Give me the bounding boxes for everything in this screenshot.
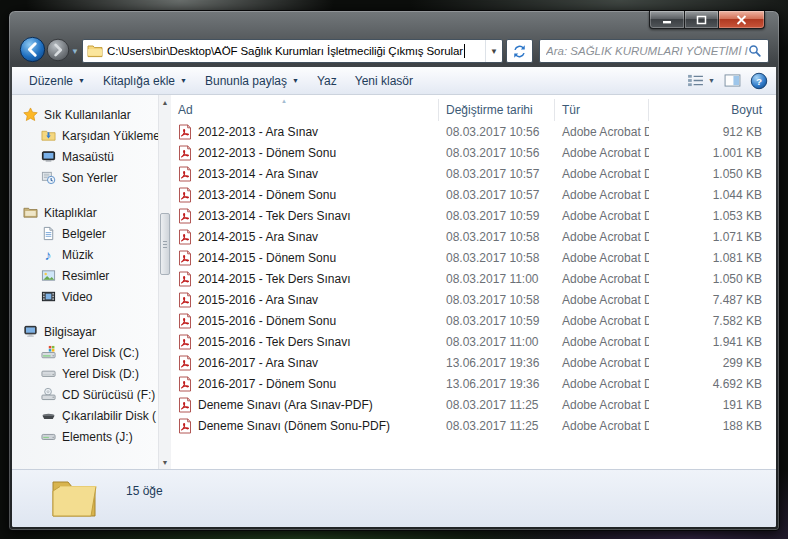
details-pane: 15 öğe <box>12 469 776 527</box>
scrollbar-track[interactable] <box>159 109 171 455</box>
table-row[interactable]: 2015-2016 - Ara Sınav 08.03.2017 10:58 A… <box>171 289 776 310</box>
column-header-date[interactable]: Değiştirme tarihi <box>439 99 555 121</box>
share-with-button[interactable]: Bununla paylaş▼ <box>196 70 308 92</box>
file-name: 2012-2013 - Dönem Sonu <box>198 146 336 160</box>
sidebar-scrollbar[interactable]: ▲ ▼ <box>158 95 171 469</box>
search-input[interactable]: Ara: SAĞLIK KURUMLARI YÖNETİMİ II <box>539 39 769 63</box>
file-size: 1.050 KB <box>649 272 776 286</box>
file-name: 2014-2015 - Ara Sınav <box>198 230 318 244</box>
table-row[interactable]: 2012-2013 - Ara Sınav 08.03.2017 10:56 A… <box>171 121 776 142</box>
organize-button[interactable]: Düzenle▼ <box>20 70 94 92</box>
scrollbar-thumb[interactable] <box>160 213 170 275</box>
removable-disk-icon <box>40 408 56 424</box>
download-folder-icon <box>40 128 56 144</box>
computer-group: Bilgisayar Yerel Disk (C:) Yerel Disk (D… <box>12 321 158 447</box>
file-modified-date: 08.03.2017 10:59 <box>439 314 555 328</box>
sidebar-item-documents[interactable]: Belgeler <box>12 223 158 244</box>
file-modified-date: 08.03.2017 11:25 <box>439 398 555 412</box>
add-to-library-button[interactable]: Kitaplığa ekle▼ <box>94 70 196 92</box>
refresh-button[interactable] <box>506 39 533 63</box>
forward-button[interactable] <box>46 38 70 65</box>
maximize-icon <box>696 15 707 25</box>
change-view-button[interactable]: ▼ <box>687 74 715 87</box>
file-type: Adobe Acrobat D... <box>555 377 649 391</box>
pdf-file-icon <box>177 397 193 413</box>
file-type: Adobe Acrobat D... <box>555 167 649 181</box>
sidebar-item-downloads[interactable]: Karşıdan Yüklemeler <box>12 125 158 146</box>
file-type: Adobe Acrobat D... <box>555 293 649 307</box>
file-modified-date: 08.03.2017 11:00 <box>439 272 555 286</box>
sidebar-item-music[interactable]: ♪ Müzik <box>12 244 158 265</box>
table-row[interactable]: 2012-2013 - Dönem Sonu 08.03.2017 10:56 … <box>171 142 776 163</box>
sidebar-item-local-disk-c[interactable]: Yerel Disk (C:) <box>12 342 158 363</box>
desktop-icon <box>40 149 56 165</box>
forward-icon <box>46 38 70 62</box>
file-size: 1.071 KB <box>649 230 776 244</box>
chevron-down-icon: ▼ <box>292 77 299 84</box>
column-header-type[interactable]: Tür <box>555 99 649 121</box>
table-row[interactable]: Deneme Sınavı (Dönem Sonu-PDF) 08.03.201… <box>171 415 776 436</box>
scroll-down-arrow[interactable]: ▼ <box>159 455 171 469</box>
table-row[interactable]: 2013-2014 - Dönem Sonu 08.03.2017 10:57 … <box>171 184 776 205</box>
table-row[interactable]: 2015-2016 - Dönem Sonu 08.03.2017 10:59 … <box>171 310 776 331</box>
sidebar-item-computer[interactable]: Bilgisayar <box>12 321 158 342</box>
address-path: C:\Users\bir\Desktop\AÖF Sağlık Kurumlar… <box>107 44 485 58</box>
table-row[interactable]: 2016-2017 - Ara Sınav 13.06.2017 19:36 A… <box>171 352 776 373</box>
file-size: 191 KB <box>649 398 776 412</box>
file-modified-date: 13.06.2017 19:36 <box>439 377 555 391</box>
column-header-size[interactable]: Boyut <box>649 99 776 121</box>
pdf-file-icon <box>177 271 193 287</box>
table-row[interactable]: 2014-2015 - Tek Ders Sınavı 08.03.2017 1… <box>171 268 776 289</box>
table-row[interactable]: 2013-2014 - Tek Ders Sınavı 08.03.2017 1… <box>171 205 776 226</box>
maximize-button[interactable] <box>685 11 719 29</box>
table-row[interactable]: 2014-2015 - Dönem Sonu 08.03.2017 10:58 … <box>171 247 776 268</box>
sidebar-item-recent-places[interactable]: Son Yerler <box>12 167 158 188</box>
sidebar-item-favorites[interactable]: Sık Kullanılanlar <box>12 104 158 125</box>
back-button[interactable] <box>19 36 46 66</box>
navigation-pane: Sık Kullanılanlar Karşıdan Yüklemeler Ma… <box>12 95 158 469</box>
table-row[interactable]: 2015-2016 - Tek Ders Sınavı 08.03.2017 1… <box>171 331 776 352</box>
minimize-button[interactable] <box>649 11 685 29</box>
file-modified-date: 08.03.2017 10:58 <box>439 230 555 244</box>
recent-pages-chevron[interactable]: ▼ <box>71 47 79 56</box>
pdf-file-icon <box>177 124 193 140</box>
sidebar-item-desktop[interactable]: Masaüstü <box>12 146 158 167</box>
help-button[interactable]: ? <box>750 72 768 90</box>
sidebar-item-label: Karşıdan Yüklemeler <box>62 129 158 143</box>
main-area: Sık Kullanılanlar Karşıdan Yüklemeler Ma… <box>12 95 776 469</box>
new-folder-button[interactable]: Yeni klasör <box>346 70 422 92</box>
sidebar-item-cd-drive[interactable]: CD Sürücüsü (F:) <box>12 384 158 405</box>
sidebar-item-video[interactable]: Video <box>12 286 158 307</box>
chevron-down-icon: ▼ <box>180 77 187 84</box>
sidebar-item-elements-disk[interactable]: Elements (J:) <box>12 426 158 447</box>
sidebar-item-label: Belgeler <box>62 227 106 241</box>
chevron-down-icon: ▼ <box>708 77 715 84</box>
file-name: 2016-2017 - Dönem Sonu <box>198 377 336 391</box>
preview-pane-button[interactable] <box>724 74 741 87</box>
svg-text:?: ? <box>756 75 762 86</box>
sidebar-item-libraries[interactable]: Kitaplıklar <box>12 202 158 223</box>
file-name: 2015-2016 - Dönem Sonu <box>198 314 336 328</box>
close-button[interactable] <box>719 11 765 29</box>
table-row[interactable]: 2013-2014 - Ara Sınav 08.03.2017 10:57 A… <box>171 163 776 184</box>
file-name: 2014-2015 - Tek Ders Sınavı <box>198 272 351 286</box>
table-row[interactable]: 2016-2017 - Dönem Sonu 13.06.2017 19:36 … <box>171 373 776 394</box>
address-bar[interactable]: C:\Users\bir\Desktop\AÖF Sağlık Kurumlar… <box>82 39 503 63</box>
file-type: Adobe Acrobat D... <box>555 398 649 412</box>
column-header-name[interactable]: Ad ▲ <box>171 99 439 121</box>
scroll-up-arrow[interactable]: ▲ <box>159 95 171 109</box>
file-type: Adobe Acrobat D... <box>555 314 649 328</box>
pdf-file-icon <box>177 292 193 308</box>
burn-button[interactable]: Yaz <box>308 70 346 92</box>
sidebar-item-local-disk-d[interactable]: Yerel Disk (D:) <box>12 363 158 384</box>
pdf-file-icon <box>177 250 193 266</box>
sidebar-item-pictures[interactable]: Resimler <box>12 265 158 286</box>
cd-drive-icon <box>40 387 56 403</box>
pdf-file-icon <box>177 145 193 161</box>
sidebar-item-removable-disk[interactable]: Çıkarılabilir Disk ( <box>12 405 158 426</box>
table-row[interactable]: Deneme Sınavı (Ara Sınav-PDF) 08.03.2017… <box>171 394 776 415</box>
table-row[interactable]: 2014-2015 - Ara Sınav 08.03.2017 10:58 A… <box>171 226 776 247</box>
file-type: Adobe Acrobat D... <box>555 146 649 160</box>
file-name: 2013-2014 - Dönem Sonu <box>198 188 336 202</box>
address-dropdown-chevron[interactable]: ▼ <box>485 40 502 62</box>
